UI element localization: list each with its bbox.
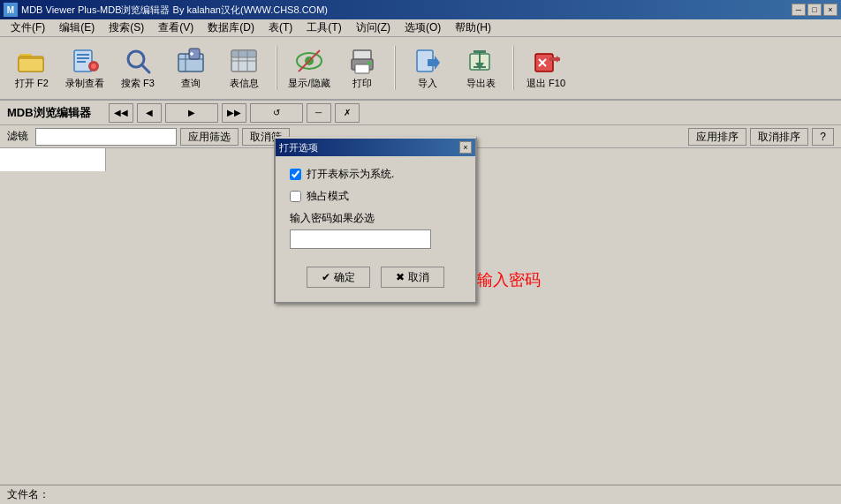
menu-search[interactable]: 搜索(S) [102, 19, 151, 37]
checkbox-system-table-label: 打开表标示为系统. [307, 167, 394, 182]
left-panel-item[interactable] [4, 152, 102, 168]
toolbar-import-label: 导入 [418, 77, 437, 90]
toolbar-open-label: 打开 F2 [15, 77, 49, 90]
nav-next[interactable]: ▶ [165, 103, 218, 123]
menu-view[interactable]: 查看(V) [151, 19, 201, 37]
ok-button[interactable]: ✔ 确定 [307, 267, 370, 288]
toolbar-export[interactable]: 导出表 [456, 41, 505, 94]
toolbar-search-label: 搜索 F3 [121, 77, 155, 90]
filter-label: 滤镜 [7, 129, 28, 144]
toolbar-tableinfo-label: 表信息 [230, 77, 259, 90]
cancel-sort-button[interactable]: 取消排序 [750, 128, 808, 146]
nav-dash[interactable]: ─ [307, 103, 331, 123]
dialog-buttons: ✔ 确定 ✖ 取消 [290, 267, 461, 291]
query-icon [177, 47, 205, 75]
nav-prev[interactable]: ◀ [137, 103, 162, 123]
password-input[interactable] [290, 229, 431, 249]
import-icon [413, 47, 442, 75]
record-icon [71, 47, 99, 75]
toolbar: 打开 F2 录制查看 搜索 F3 [0, 37, 841, 101]
menu-access[interactable]: 访问(Z) [349, 19, 398, 37]
menu-database[interactable]: 数据库(D) [201, 19, 261, 37]
dialog-title-bar: 打开选项 × [276, 139, 475, 156]
toolbar-tableinfo[interactable]: 表信息 [219, 41, 269, 94]
close-button[interactable]: × [823, 4, 837, 16]
maximize-button[interactable]: □ [807, 4, 822, 16]
mdb-bar-label: MDB浏览编辑器 [7, 105, 91, 121]
tableinfo-icon [230, 47, 258, 75]
cancel-button[interactable]: ✖ 取消 [381, 267, 444, 288]
open-options-dialog: 打开选项 × 打开表标示为系统. 独占模式 输入密码如果必选 ✔ 确定 ✖ 取消 [274, 137, 477, 304]
app-icon: M [4, 3, 18, 17]
menu-file[interactable]: 文件(F) [4, 19, 52, 37]
toolbar-import[interactable]: 导入 [403, 41, 452, 94]
toolbar-search[interactable]: 搜索 F3 [113, 41, 163, 94]
status-filename-label: 文件名： [7, 487, 49, 502]
dialog-body: 打开表标示为系统. 独占模式 输入密码如果必选 ✔ 确定 ✖ 取消 [276, 156, 475, 302]
search-icon [124, 47, 152, 75]
app-title: MDB Viewer Plus-MDB浏览编辑器 By kalahan汉化(WW… [21, 4, 328, 17]
checkbox-exclusive-label: 独占模式 [307, 189, 349, 204]
svg-rect-27 [355, 64, 369, 73]
dialog-title: 打开选项 [279, 141, 318, 154]
toolbar-record[interactable]: 录制查看 [60, 41, 110, 94]
menu-tools[interactable]: 工具(T) [299, 19, 348, 37]
svg-rect-4 [77, 54, 89, 56]
toolbar-exit-label: 退出 F10 [527, 77, 565, 90]
svg-rect-36 [535, 54, 553, 71]
svg-point-8 [91, 64, 96, 69]
svg-rect-18 [231, 50, 256, 57]
left-panel [0, 148, 106, 171]
toolbar-print[interactable]: 打印 [337, 41, 387, 94]
toolbar-query[interactable]: 查询 [166, 41, 216, 94]
checkbox-exclusive[interactable] [290, 191, 301, 202]
showhide-icon [295, 47, 323, 75]
open-icon [18, 47, 46, 75]
hint-text: 输入密码 [477, 269, 541, 290]
filter-input[interactable] [35, 128, 177, 146]
menu-table[interactable]: 表(T) [261, 19, 299, 37]
toolbar-open[interactable]: 打开 F2 [7, 41, 57, 94]
title-bar-left: M MDB Viewer Plus-MDB浏览编辑器 By kalahan汉化(… [4, 3, 328, 17]
toolbar-print-label: 打印 [352, 77, 372, 90]
print-icon [348, 47, 376, 75]
toolbar-record-label: 录制查看 [65, 77, 104, 90]
svg-rect-5 [77, 57, 89, 59]
svg-rect-2 [19, 58, 43, 71]
checkbox-system-table[interactable] [290, 169, 301, 180]
svg-rect-28 [367, 62, 371, 64]
svg-marker-38 [557, 56, 560, 63]
apply-filter-button[interactable]: 应用筛选 [180, 128, 239, 146]
svg-rect-35 [474, 66, 486, 68]
filter-help-button[interactable]: ? [812, 128, 834, 146]
nav-first[interactable]: ◀◀ [109, 103, 133, 123]
minimize-button[interactable]: ─ [792, 4, 806, 16]
toolbar-sep-2 [394, 46, 396, 90]
nav-last[interactable]: ▶▶ [222, 103, 246, 123]
toolbar-sep-1 [276, 46, 277, 90]
mdb-bar: MDB浏览编辑器 ◀◀ ◀ ▶ ▶▶ ↺ ─ ✗ [0, 101, 841, 125]
title-bar: M MDB Viewer Plus-MDB浏览编辑器 By kalahan汉化(… [0, 0, 841, 19]
menu-bar: 文件(F) 编辑(E) 搜索(S) 查看(V) 数据库(D) 表(T) 工具(T… [0, 19, 841, 37]
menu-options[interactable]: 选项(O) [398, 19, 448, 37]
apply-sort-button[interactable]: 应用排序 [688, 128, 746, 146]
dialog-close-button[interactable]: × [459, 141, 472, 154]
svg-line-10 [142, 65, 149, 72]
checkbox-row-2: 独占模式 [290, 189, 461, 204]
toolbar-export-label: 导出表 [466, 77, 496, 90]
status-bar: 文件名： [0, 485, 841, 504]
menu-edit[interactable]: 编辑(E) [52, 19, 102, 37]
export-icon [466, 47, 495, 75]
password-label: 输入密码如果必选 [290, 211, 461, 226]
menu-help[interactable]: 帮助(H) [448, 19, 498, 37]
toolbar-query-label: 查询 [181, 77, 201, 90]
toolbar-sep-3 [512, 46, 514, 90]
exit-icon [532, 47, 560, 75]
toolbar-exit[interactable]: 退出 F10 [521, 41, 571, 94]
toolbar-showhide[interactable]: 显示/隐藏 [284, 41, 334, 94]
window-controls: ─ □ × [792, 4, 837, 16]
svg-rect-6 [77, 61, 86, 63]
nav-cancel[interactable]: ✗ [335, 103, 360, 123]
toolbar-showhide-label: 显示/隐藏 [288, 77, 330, 90]
nav-refresh[interactable]: ↺ [250, 103, 303, 123]
